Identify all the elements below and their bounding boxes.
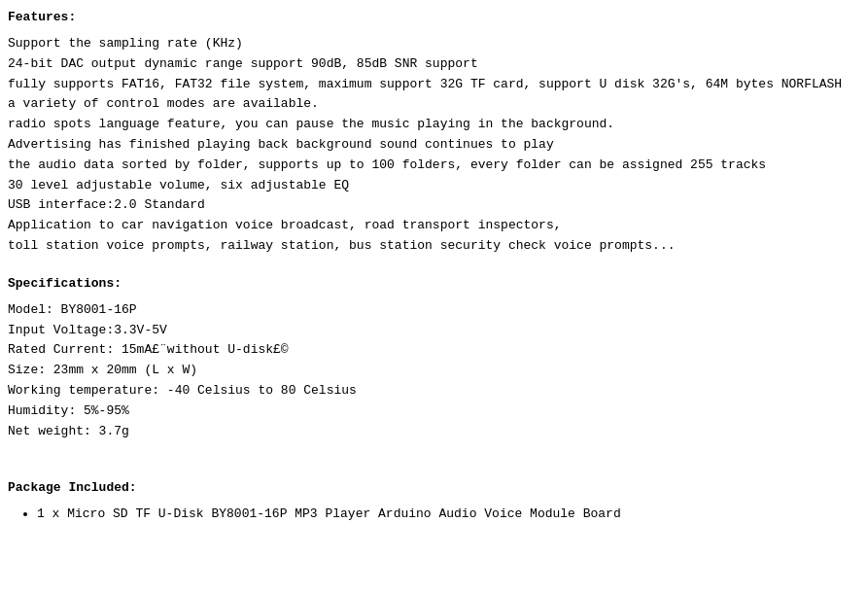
feature-line: toll station voice prompts, railway stat… bbox=[8, 236, 860, 257]
feature-line: 30 level adjustable volume, six adjustab… bbox=[8, 176, 860, 196]
package-list: 1 x Micro SD TF U-Disk BY8001-16P MP3 Pl… bbox=[8, 505, 860, 525]
specification-line: Size: 23mm x 20mm (L x W) bbox=[8, 361, 860, 381]
specification-line: Input Voltage:3.3V-5V bbox=[8, 321, 860, 341]
feature-line: USB interface:2.0 Standard bbox=[8, 195, 860, 216]
specification-line: Net weight: 3.7g bbox=[8, 422, 860, 442]
feature-line: fully supports FAT16, FAT32 file system,… bbox=[8, 75, 860, 95]
specification-line: Model: BY8001-16P bbox=[8, 300, 860, 321]
package-section: Package Included: 1 x Micro SD TF U-Disk… bbox=[8, 480, 860, 525]
features-section: Features: Support the sampling rate (KHz… bbox=[8, 10, 860, 257]
specifications-section: Specifications: Model: BY8001-16PInput V… bbox=[8, 276, 860, 442]
feature-line: radio spots language feature, you can pa… bbox=[8, 115, 860, 135]
features-list: Support the sampling rate (KHz)24-bit DA… bbox=[8, 34, 860, 257]
specification-line: Humidity: 5%-95% bbox=[8, 401, 860, 422]
feature-line: a variety of control modes are available… bbox=[8, 94, 860, 115]
feature-line: 24-bit DAC output dynamic range support … bbox=[8, 54, 860, 75]
feature-line: Support the sampling rate (KHz) bbox=[8, 34, 860, 54]
specification-line: Rated Current: 15mA£¨without U-disk£© bbox=[8, 340, 860, 361]
specifications-list: Model: BY8001-16PInput Voltage:3.3V-5VRa… bbox=[8, 300, 860, 442]
specifications-heading: Specifications: bbox=[8, 276, 860, 291]
feature-line: Application to car navigation voice broa… bbox=[8, 216, 860, 236]
features-heading: Features: bbox=[8, 10, 860, 24]
specification-line: Working temperature: -40 Celsius to 80 C… bbox=[8, 381, 860, 401]
feature-line: the audio data sorted by folder, support… bbox=[8, 156, 860, 176]
package-item: 1 x Micro SD TF U-Disk BY8001-16P MP3 Pl… bbox=[37, 505, 860, 525]
feature-line: Advertising has finished playing back ba… bbox=[8, 135, 860, 156]
package-heading: Package Included: bbox=[8, 480, 860, 495]
